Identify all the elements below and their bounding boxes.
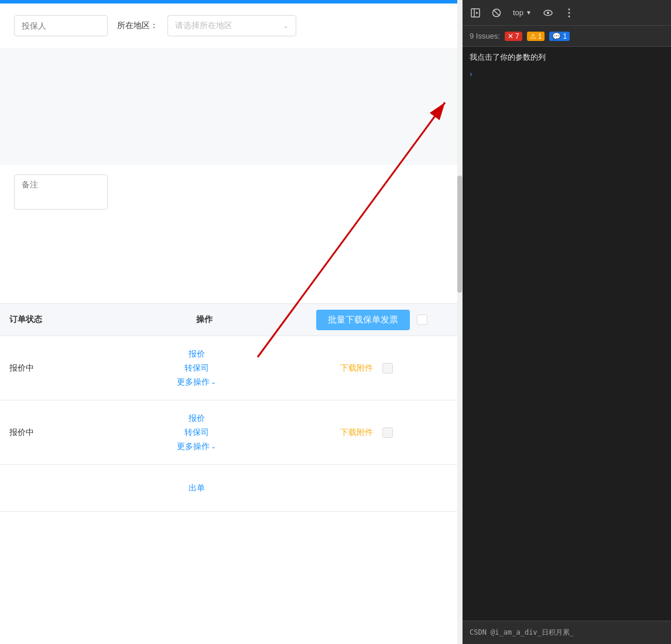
form-area: 所在地区： 请选择所在地区 ⌄ xyxy=(0,4,462,48)
th-order-status: 订单状态 xyxy=(0,314,127,325)
insurer-input[interactable] xyxy=(14,15,108,36)
vertical-scrollbar[interactable] xyxy=(457,0,462,644)
table-row: 出单 xyxy=(0,465,462,512)
chevron-down-icon: ⌄ xyxy=(283,22,289,30)
main-app-panel: 所在地区： 请选择所在地区 ⌄ 订单状态 操作 批量下载保单发票 报价中 报价 … xyxy=(0,0,463,644)
frame-selector[interactable]: top ▼ xyxy=(509,7,535,18)
no-icon-button[interactable] xyxy=(488,5,505,21)
warn-badge[interactable]: ⚠ 1 xyxy=(527,32,545,41)
region-select[interactable]: 请选择所在地区 ⌄ xyxy=(167,15,296,36)
large-empty-space xyxy=(0,221,462,303)
scrollbar-thumb[interactable] xyxy=(457,176,462,293)
th-download-wrapper: 批量下载保单发票 xyxy=(282,310,463,330)
region-select-placeholder: 请选择所在地区 xyxy=(175,20,232,31)
order-status-cell-1: 报价中 xyxy=(0,354,122,383)
chevron-down-icon: ⌄ xyxy=(211,443,216,450)
devtools-footer: CSDN @i_am_a_div_日积月累_ xyxy=(463,621,671,644)
svg-line-6 xyxy=(494,10,499,16)
caret-down-icon: ▼ xyxy=(526,9,532,16)
header-checkbox[interactable] xyxy=(417,314,427,325)
table-row: 报价中 报价 转保司 更多操作 ⌄ 下载附件 xyxy=(0,400,462,465)
console-line-1: 我点击了你的参数的列 xyxy=(470,52,664,64)
download-attachment-1[interactable]: 下载附件 xyxy=(340,363,373,374)
svg-point-8 xyxy=(547,12,549,14)
action-more-2[interactable]: 更多操作 ⌄ xyxy=(177,441,216,452)
remark-area xyxy=(0,165,462,221)
table-header: 订单状态 操作 批量下载保单发票 xyxy=(0,303,462,336)
th-action: 操作 xyxy=(127,314,281,325)
action-cell-3: 出单 xyxy=(122,474,271,503)
eye-icon-button[interactable] xyxy=(540,5,556,21)
footer-text: CSDN @i_am_a_div_日积月累_ xyxy=(470,628,574,638)
svg-point-11 xyxy=(568,15,570,17)
info-count: 1 xyxy=(563,32,567,40)
batch-download-button[interactable]: 批量下载保单发票 xyxy=(316,310,410,330)
frame-selector-label: top xyxy=(513,8,523,17)
action-cell-2: 报价 转保司 更多操作 ⌄ xyxy=(122,404,271,461)
action-quote-1[interactable]: 报价 xyxy=(189,349,205,359)
order-status-cell-2: 报价中 xyxy=(0,418,122,447)
download-cell-2: 下载附件 xyxy=(271,418,462,447)
error-count: 7 xyxy=(515,32,519,40)
error-icon: ✕ xyxy=(508,32,513,40)
table-row: 报价中 报价 转保司 更多操作 ⌄ 下载附件 xyxy=(0,336,462,400)
order-table: 订单状态 操作 批量下载保单发票 报价中 报价 转保司 更多操作 ⌄ 下载附件 xyxy=(0,303,462,512)
action-issue-3[interactable]: 出单 xyxy=(189,483,205,494)
download-cell-3 xyxy=(271,479,462,498)
region-label: 所在地区： xyxy=(117,20,158,31)
download-attachment-2[interactable]: 下载附件 xyxy=(340,427,373,438)
action-transfer-1[interactable]: 转保司 xyxy=(184,363,209,374)
empty-area xyxy=(0,48,462,165)
row-checkbox-2[interactable] xyxy=(382,427,393,438)
devtools-panel: top ▼ 9 Issues: ✕ 7 ⚠ 1 xyxy=(463,0,671,644)
svg-point-10 xyxy=(568,12,570,13)
more-options-button[interactable] xyxy=(561,5,577,21)
panel-toggle-button[interactable] xyxy=(467,5,484,21)
download-cell-1: 下载附件 xyxy=(271,354,462,383)
issues-label: 9 Issues: xyxy=(470,32,500,40)
chevron-down-icon: ⌄ xyxy=(211,378,216,386)
warn-count: 1 xyxy=(538,32,542,40)
action-cell-1: 报价 转保司 更多操作 ⌄ xyxy=(122,340,271,397)
warn-icon: ⚠ xyxy=(530,32,536,40)
remark-input[interactable] xyxy=(14,174,108,210)
console-chevron-icon: › xyxy=(470,69,473,78)
info-icon: 💬 xyxy=(552,32,561,40)
console-output-area[interactable]: 我点击了你的参数的列 › xyxy=(463,47,671,621)
svg-point-9 xyxy=(568,8,570,10)
action-transfer-2[interactable]: 转保司 xyxy=(184,427,209,438)
order-status-cell-3 xyxy=(0,479,122,498)
devtools-toolbar: top ▼ xyxy=(463,0,671,26)
svg-marker-4 xyxy=(476,12,478,14)
row-checkbox-1[interactable] xyxy=(382,363,393,374)
console-prompt: › xyxy=(470,68,664,78)
action-quote-2[interactable]: 报价 xyxy=(189,413,205,424)
error-badge[interactable]: ✕ 7 xyxy=(505,32,522,41)
info-badge[interactable]: 💬 1 xyxy=(549,32,570,41)
issues-bar: 9 Issues: ✕ 7 ⚠ 1 💬 1 xyxy=(463,26,671,47)
action-more-1[interactable]: 更多操作 ⌄ xyxy=(177,377,216,388)
